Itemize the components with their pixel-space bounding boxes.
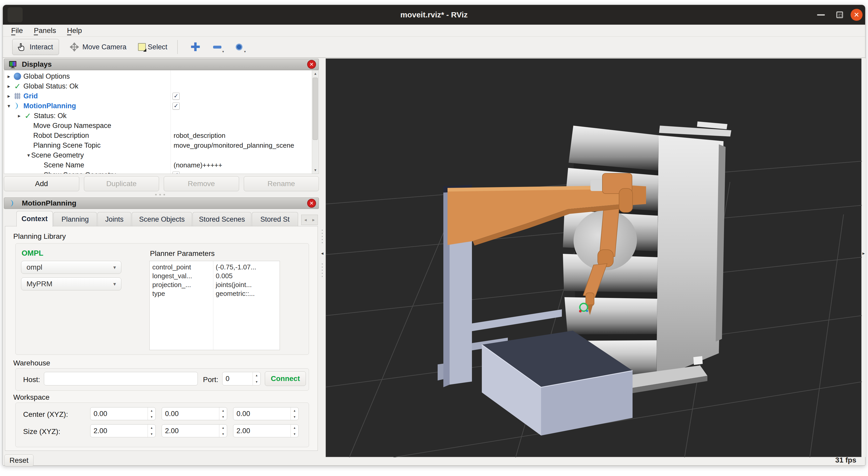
tree-row[interactable]: Move Group Namespace — [4, 121, 303, 131]
port-input[interactable] — [222, 372, 253, 385]
3d-viewport[interactable] — [326, 58, 862, 457]
splitter-collapse-right-icon[interactable]: ▸ — [862, 250, 866, 256]
tree-row[interactable]: ▸ ✓ Status: Ok — [4, 111, 303, 121]
expander-open-icon[interactable]: ▾ — [6, 103, 11, 109]
center-x-spinbox[interactable]: ▲▼ — [90, 407, 156, 420]
tree-row[interactable]: ▸ Grid ✓ — [4, 91, 303, 101]
panel-viewport-splitter[interactable]: ◂ — [319, 58, 326, 457]
planner-parameters-heading: Planner Parameters — [150, 249, 215, 258]
center-y-spinbox[interactable]: ▲▼ — [162, 407, 227, 420]
tab-context[interactable]: Context — [17, 211, 53, 227]
tree-row[interactable]: ▾ MotionPlanning ✓ — [4, 101, 303, 111]
menu-panels[interactable]: Panels — [33, 27, 57, 35]
tree-row-value[interactable]: robot_description — [174, 132, 225, 140]
displays-close-button[interactable]: ✕ — [307, 60, 316, 69]
spin-arrows[interactable]: ▲▼ — [290, 424, 298, 437]
tab-planning[interactable]: Planning — [53, 212, 97, 227]
remove-display-button[interactable]: Remove — [164, 176, 239, 191]
scroll-down-icon[interactable]: ▼ — [312, 167, 319, 174]
size-z-input[interactable] — [234, 424, 290, 437]
center-y-input[interactable] — [162, 407, 219, 420]
remove-tool-button[interactable]: ▾ — [212, 40, 223, 54]
tree-scrollbar[interactable]: ▲ ▼ — [312, 70, 319, 174]
add-tool-button[interactable]: ✚ — [190, 40, 201, 54]
tree-row[interactable]: Robot Description robot_description — [4, 131, 303, 140]
viewport-right-splitter[interactable]: ▸ — [862, 58, 866, 457]
scroll-up-icon[interactable]: ▲ — [312, 70, 319, 77]
tree-row-label: Global Options — [23, 72, 70, 80]
tree-row[interactable]: Planning Scene Topic move_group/monitore… — [4, 140, 303, 150]
splitter-collapse-left-icon[interactable]: ◂ — [319, 250, 326, 256]
spin-arrows[interactable]: ▲▼ — [148, 424, 155, 437]
port-spinbox[interactable]: ▲▼ — [222, 372, 261, 385]
interact-tool-button[interactable]: Interact — [12, 39, 59, 55]
expander-open-icon[interactable]: ▾ — [26, 152, 31, 158]
focus-tool-button[interactable]: ▾ — [234, 40, 245, 54]
planner-parameters-table[interactable]: control_point (-0.75,-1.07... longest_va… — [149, 261, 280, 350]
displays-tree[interactable]: ▸ Global Options ▸ ✓ Global Status: Ok ▸… — [4, 70, 319, 174]
spin-arrows[interactable]: ▲▼ — [290, 407, 298, 420]
displays-panel-header[interactable]: Displays ✕ — [4, 59, 319, 70]
tab-joints[interactable]: Joints — [97, 212, 131, 227]
tab-scene-objects[interactable]: Scene Objects — [132, 212, 192, 227]
duplicate-display-button[interactable]: Duplicate — [84, 176, 159, 191]
spin-arrows[interactable]: ▲▼ — [148, 407, 155, 420]
param-row[interactable]: type geometric::... — [150, 290, 280, 299]
add-display-button[interactable]: Add — [4, 176, 79, 191]
tab-scroll-arrows[interactable]: ◂ ▸ — [301, 215, 318, 225]
rename-display-button[interactable]: Rename — [244, 176, 319, 191]
spin-arrows[interactable]: ▲▼ — [253, 372, 260, 385]
center-z-spinbox[interactable]: ▲▼ — [233, 407, 299, 420]
center-xyz-label: Center (XYZ): — [23, 410, 68, 419]
expander-closed-icon[interactable]: ▸ — [6, 83, 11, 89]
title-bar[interactable]: moveit.rviz* - RViz ✕ — [3, 5, 865, 25]
motionplanning-panel-header[interactable]: MotionPlanning ✕ — [4, 198, 319, 209]
planner-select[interactable]: MyPRM ▾ — [21, 277, 121, 291]
expander-closed-icon[interactable]: ▸ — [17, 113, 22, 119]
tree-row[interactable]: ▾ Scene Geometry — [4, 150, 303, 160]
maximize-button[interactable] — [832, 5, 847, 25]
param-row[interactable]: projection_... joints(joint... — [150, 281, 280, 290]
tab-stored-scenes[interactable]: Stored Scenes — [193, 212, 251, 227]
panel-splitter-grip[interactable] — [148, 194, 172, 196]
grid-enabled-checkbox[interactable]: ✓ — [173, 93, 180, 100]
spin-arrows[interactable]: ▲▼ — [219, 407, 227, 420]
tab-scroll-left-icon[interactable]: ◂ — [302, 215, 310, 225]
show-scene-geometry-checkbox[interactable]: ✓ — [173, 172, 180, 174]
size-z-spinbox[interactable]: ▲▼ — [233, 424, 299, 437]
connect-button[interactable]: Connect — [265, 371, 306, 386]
param-row[interactable]: control_point (-0.75,-1.07... — [150, 263, 280, 272]
center-x-input[interactable] — [90, 407, 148, 420]
close-button[interactable]: ✕ — [848, 5, 865, 25]
motionplanning-enabled-checkbox[interactable]: ✓ — [173, 103, 180, 109]
dropdown-caret-icon: ▾ — [222, 49, 224, 54]
tree-row-label: Planning Scene Topic — [33, 141, 100, 149]
library-select[interactable]: ompl ▾ — [21, 261, 121, 274]
select-tool-button[interactable]: Select — [136, 43, 169, 51]
move-camera-tool-button[interactable]: Move Camera — [66, 42, 129, 52]
tab-stored-states[interactable]: Stored St — [252, 212, 298, 227]
menu-file[interactable]: File — [10, 27, 24, 35]
expander-closed-icon[interactable]: ▸ — [6, 73, 11, 79]
param-row[interactable]: longest_val... 0.005 — [150, 272, 280, 281]
expander-closed-icon[interactable]: ▸ — [6, 93, 11, 99]
menu-help[interactable]: Help — [66, 27, 83, 35]
tree-row[interactable]: ▸ Global Options — [4, 71, 303, 81]
size-x-spinbox[interactable]: ▲▼ — [90, 424, 156, 437]
tree-row[interactable]: ▸ ✓ Global Status: Ok — [4, 81, 303, 91]
spin-arrows[interactable]: ▲▼ — [219, 424, 227, 437]
size-y-input[interactable] — [162, 424, 219, 437]
tree-row[interactable]: Show Scene Geometry ✓ — [4, 170, 303, 174]
size-x-input[interactable] — [90, 424, 148, 437]
tab-scroll-right-icon[interactable]: ▸ — [310, 215, 317, 225]
scrollbar-thumb[interactable] — [313, 78, 318, 140]
reset-button[interactable]: Reset — [4, 454, 33, 466]
motionplanning-close-button[interactable]: ✕ — [307, 199, 316, 208]
host-input[interactable] — [44, 372, 198, 385]
center-z-input[interactable] — [234, 407, 290, 420]
tree-row[interactable]: Scene Name (noname)+++++ — [4, 160, 303, 170]
tree-row-value[interactable]: move_group/monitored_planning_scene — [174, 141, 294, 149]
minimize-button[interactable] — [814, 5, 828, 25]
size-y-spinbox[interactable]: ▲▼ — [162, 424, 227, 437]
tree-row-value[interactable]: (noname)+++++ — [174, 161, 222, 169]
